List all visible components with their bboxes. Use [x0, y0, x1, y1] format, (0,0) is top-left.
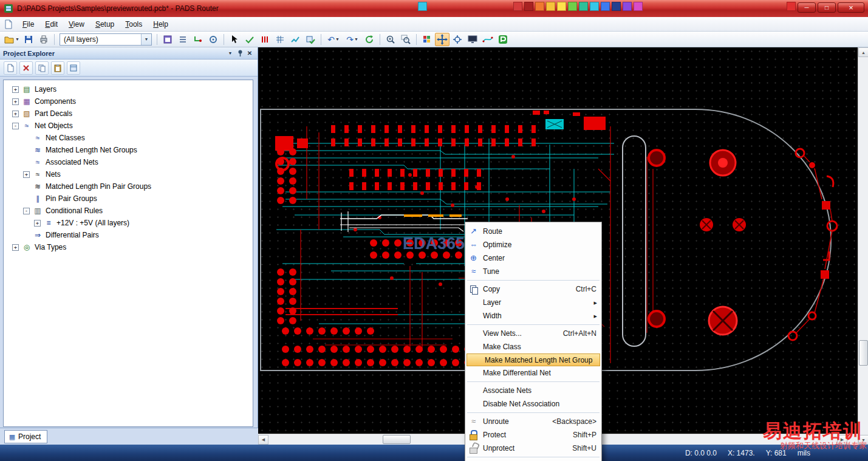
toolbar-separator	[380, 34, 380, 45]
tree-item-layers[interactable]: + Layers	[4, 83, 253, 95]
expander-icon[interactable]: +	[12, 86, 19, 93]
scroll-left-arrow-icon[interactable]: ◀	[258, 435, 268, 445]
preview-button[interactable]	[67, 61, 80, 75]
options-button[interactable]	[206, 33, 220, 46]
paste-button[interactable]	[51, 61, 64, 75]
verify-button[interactable]	[303, 33, 318, 46]
context-menu-item-make-class[interactable]: Make Class	[465, 340, 601, 353]
redo-dropdown-icon[interactable]: ▼	[354, 37, 358, 41]
view-window-button[interactable]	[160, 33, 175, 46]
scroll-up-arrow-icon[interactable]: ▲	[858, 47, 868, 57]
context-menu-item-center[interactable]: Center	[465, 251, 601, 265]
tree-item-conditional-rules[interactable]: - Conditional Rules	[4, 205, 253, 217]
refresh-button[interactable]	[362, 33, 377, 46]
context-menu-item-unprotect[interactable]: Unprotect Shift+U	[465, 442, 601, 455]
context-menu-item-copy[interactable]: Copy Ctrl+C	[465, 282, 601, 296]
context-menu-item-tune[interactable]: Tune	[465, 265, 601, 278]
panel-close-icon[interactable]	[245, 49, 255, 58]
panel-pin-button[interactable]	[235, 49, 245, 58]
menu-view[interactable]: View	[63, 18, 90, 30]
copy-button[interactable]	[35, 61, 49, 75]
tree-item-conditional-rule-12v-5v[interactable]: + +12V : +5V (All layers)	[4, 217, 253, 229]
project-tab-label: Project	[18, 432, 41, 441]
grid-button[interactable]	[273, 33, 287, 46]
tree-item-nets[interactable]: + Nets	[4, 168, 253, 180]
tree-item-associated-nets[interactable]: Associated Nets	[4, 156, 253, 168]
context-menu-item-make-matched-length-net-group[interactable]: Make Matched Length Net Group	[466, 353, 600, 366]
monitor-button[interactable]	[465, 33, 480, 46]
titlebar-artifact	[546, 2, 555, 11]
toolbar-separator	[157, 34, 157, 45]
select-button[interactable]	[227, 33, 242, 46]
expander-icon[interactable]: +	[12, 244, 19, 251]
context-menu-item-view-nets[interactable]: View Nets... Ctrl+Alt+N	[465, 327, 601, 340]
pin-icon	[237, 50, 244, 57]
vertical-scroll-thumb[interactable]	[859, 340, 868, 366]
expander-icon[interactable]: +	[34, 220, 41, 227]
route-editor-button[interactable]	[191, 33, 205, 46]
save-button[interactable]	[21, 33, 36, 46]
colors-button[interactable]	[420, 33, 434, 46]
measure-button[interactable]	[258, 33, 272, 46]
tree-item-label: Conditional Rules	[46, 207, 103, 215]
nets-view-button[interactable]	[480, 33, 495, 46]
tree-item-net-classes[interactable]: Net Classes	[4, 132, 253, 144]
menu-setup[interactable]: Setup	[90, 18, 120, 30]
dynamic-route-button[interactable]	[288, 33, 302, 46]
menu-tools[interactable]: Tools	[120, 18, 148, 30]
maximize-button[interactable]: □	[818, 2, 836, 13]
tree-item-part-decals[interactable]: + Part Decals	[4, 108, 253, 120]
tree-item-matched-length-pin-pair-groups[interactable]: Matched Length Pin Pair Groups	[4, 180, 253, 193]
context-menu-item-width[interactable]: Width	[465, 309, 601, 323]
zoom-window-button[interactable]	[398, 33, 413, 46]
tree-item-net-objects[interactable]: - Net Objects	[4, 120, 253, 132]
open-button[interactable]: ▼	[2, 33, 21, 46]
pan-button[interactable]	[435, 33, 449, 46]
project-tab[interactable]: Project	[4, 430, 47, 443]
menu-edit[interactable]: Edit	[39, 18, 63, 30]
expander-icon[interactable]: +	[12, 98, 19, 105]
expander-icon[interactable]: +	[12, 111, 19, 117]
expander-icon[interactable]: -	[12, 123, 19, 129]
tree-item-components[interactable]: + Components	[4, 95, 253, 108]
tree-item-differential-pairs[interactable]: Differential Pairs	[4, 229, 253, 241]
pads-logo-button[interactable]	[496, 33, 510, 46]
panel-menu-icon[interactable]	[225, 49, 235, 58]
menu-help[interactable]: Help	[148, 18, 174, 30]
new-item-button[interactable]	[4, 61, 17, 75]
layers-combobox[interactable]: (All layers) ▼	[60, 33, 152, 46]
menu-file[interactable]: File	[17, 18, 39, 30]
list-view-button[interactable]	[176, 33, 190, 46]
context-menu-item-disable-net-association[interactable]: Disable Net Association	[465, 397, 601, 411]
delete-button[interactable]	[19, 61, 33, 75]
drc-check-button[interactable]	[242, 33, 257, 46]
origin-button[interactable]	[450, 33, 465, 46]
vertical-scrollbar[interactable]: ▲ ▼	[858, 47, 868, 445]
expander-icon[interactable]: +	[23, 171, 30, 178]
tree-item-via-types[interactable]: + Via Types	[4, 241, 253, 253]
open-dropdown-icon[interactable]: ▼	[15, 37, 19, 41]
tree-item-pin-pair-groups[interactable]: Pin Pair Groups	[4, 193, 253, 205]
undo-button[interactable]: ↶▼	[324, 33, 343, 46]
context-menu-item-route[interactable]: Route	[465, 225, 601, 238]
tree-item-matched-length-net-groups[interactable]: Matched Length Net Groups	[4, 144, 253, 156]
scroll-down-arrow-icon[interactable]: ▼	[858, 435, 868, 445]
close-button[interactable]: ×	[838, 2, 864, 13]
zoom-button[interactable]	[383, 33, 398, 46]
scroll-right-arrow-icon[interactable]: ▶	[837, 435, 847, 445]
context-menu-item-layer[interactable]: Layer	[465, 296, 601, 309]
context-menu-item-unroute[interactable]: Unroute <Backspace>	[465, 415, 601, 428]
undo-dropdown-icon[interactable]: ▼	[335, 37, 340, 41]
context-menu-item-make-differential-net[interactable]: Make Differential Net	[465, 366, 601, 380]
context-menu-item-protect[interactable]: Protect Shift+P	[465, 428, 601, 442]
expander-icon[interactable]: -	[23, 208, 30, 214]
minimize-button[interactable]: ─	[798, 2, 816, 13]
print-button[interactable]	[36, 33, 51, 46]
undo-icon: ↶	[327, 35, 335, 44]
context-menu-item-optimize[interactable]: Optimize	[465, 238, 601, 251]
context-menu-item-associate-nets[interactable]: Associate Nets	[465, 384, 601, 397]
horizontal-scroll-thumb[interactable]	[383, 435, 411, 444]
combobox-arrow-icon[interactable]: ▼	[141, 34, 151, 45]
redo-button[interactable]: ↷▼	[343, 33, 361, 46]
pan-arrows-icon	[437, 34, 448, 45]
